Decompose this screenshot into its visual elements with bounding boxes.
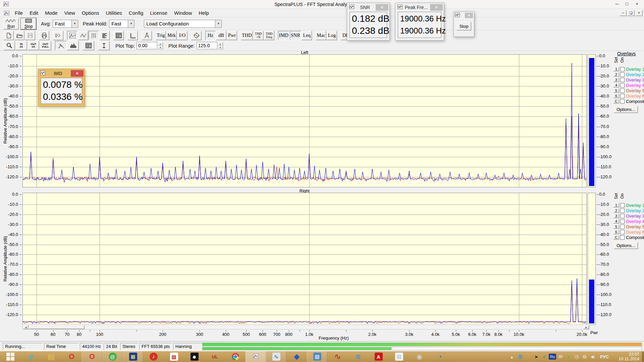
overlay-set-button-right-4[interactable]: 4 — [613, 219, 619, 224]
overlay-set-button-right-2[interactable]: 2 — [613, 208, 619, 213]
overlays-options-button-right[interactable]: Options... — [614, 242, 638, 249]
peak-freq-titlebar[interactable]: Peak Fre... ✕ — [395, 3, 444, 12]
load-configuration-select[interactable]: Load Configuration▼ — [144, 20, 222, 28]
overlay-on-checkbox-left-C[interactable] — [620, 99, 625, 104]
overlay-set-button-left-1[interactable]: 1 — [613, 67, 619, 71]
taskbar-clock[interactable]: 22:07 10.11.2014 — [619, 352, 639, 361]
load-config-dropdown-icon[interactable]: ▼ — [215, 20, 221, 27]
overlay-on-checkbox-left-2[interactable] — [620, 72, 625, 77]
taskbar-wave-tool[interactable]: ∿ — [327, 351, 348, 362]
taskbar-spectraplus[interactable] — [246, 351, 266, 362]
scrollbar-thumb[interactable] — [29, 325, 85, 329]
plot-range-spinner[interactable]: ▲▼ — [218, 42, 223, 49]
taskbar-notepad[interactable]: ▤ — [389, 351, 409, 362]
toolbar-units-hz-button[interactable]: Hz — [205, 31, 216, 40]
tray-language-label[interactable]: РУС — [598, 351, 610, 362]
overlay-set-button-left-2[interactable]: 2 — [613, 72, 619, 77]
taskbar-ul-app[interactable]: UL — [205, 351, 225, 362]
toolbar-zoom-out-2x-button[interactable]: OUT2X — [28, 41, 39, 50]
plot-range-input[interactable] — [197, 42, 217, 49]
toolbar-thd-button[interactable]: THD — [241, 31, 253, 40]
toolbar-print-icon[interactable] — [39, 31, 49, 40]
menu-file[interactable]: File — [11, 9, 26, 17]
right-spectrum-plot[interactable] — [22, 193, 587, 325]
run-button[interactable]: Run — [3, 18, 19, 29]
overlay-set-button-left-C[interactable]: C — [613, 99, 619, 104]
taskbar-chrome[interactable] — [225, 351, 246, 362]
overlay-on-checkbox-left-6[interactable] — [620, 94, 625, 98]
toolbar-peak-curve-view-icon[interactable] — [55, 41, 67, 50]
menu-help[interactable]: Help — [195, 9, 212, 17]
left-spectrum-plot[interactable] — [22, 54, 587, 187]
taskbar-opera[interactable]: O — [61, 351, 82, 362]
toolbar-logging-button[interactable]: Log — [327, 31, 337, 40]
overlay-on-checkbox-right-2[interactable] — [620, 208, 625, 213]
imd-close-icon[interactable]: ✕ — [71, 70, 84, 77]
tray-agent-icon[interactable]: ● — [565, 351, 572, 362]
overlay-set-button-left-4[interactable]: 4 — [613, 83, 619, 87]
close-button[interactable]: × — [632, 0, 642, 8]
menu-view[interactable]: View — [61, 9, 78, 17]
stop-panel-button[interactable]: Stop — [457, 22, 471, 31]
toolbar-time-series-view-icon[interactable] — [78, 31, 88, 40]
taskbar-foobar2000[interactable]: ☻ — [184, 351, 205, 362]
taskbar-mail-client[interactable]: @ — [102, 351, 123, 362]
avg-select[interactable]: Fast▼ — [53, 20, 78, 28]
toolbar-thd-n-button[interactable]: THD+N — [253, 31, 264, 40]
taskbar-asio-mixer[interactable]: ▩ — [164, 351, 184, 362]
taskbar-calculator[interactable]: ▦ — [123, 351, 143, 362]
tray-clock-icon[interactable]: ◷ — [573, 351, 580, 362]
tray-warning-icon[interactable]: ⚠ — [525, 351, 532, 362]
toolbar-display-options-icon[interactable] — [83, 41, 94, 50]
toolbar-macros-button[interactable]: Mac — [316, 31, 326, 40]
minimize-button[interactable]: ─ — [612, 0, 622, 8]
taskbar-start[interactable] — [0, 351, 20, 362]
taskbar-opera-2[interactable]: O — [82, 351, 102, 362]
snr-window[interactable]: SNR ✕ 0.182 dB 0.238 dB — [347, 3, 390, 41]
toolbar-leq-button[interactable]: Leq — [302, 31, 312, 40]
taskbar-internet-explorer[interactable]: e — [20, 351, 41, 362]
snr-titlebar[interactable]: SNR ✕ — [347, 3, 389, 12]
toolbar-units-pwr-button[interactable]: Pwr — [227, 31, 237, 40]
overlays-options-button-left[interactable]: Options... — [614, 106, 638, 113]
toolbar-imd-button[interactable]: IMD — [278, 31, 289, 40]
scroll-right-arrow[interactable]: ► — [584, 325, 589, 329]
toolbar-signal-generator-icon[interactable] — [191, 31, 202, 40]
taskbar-volume-app[interactable]: ◉ — [409, 351, 430, 362]
overlay-on-checkbox-right-5[interactable] — [620, 225, 625, 229]
avg-dropdown-icon[interactable]: ▼ — [71, 20, 78, 27]
overlay-on-checkbox-left-1[interactable] — [620, 67, 625, 71]
menu-config[interactable]: Config — [125, 9, 147, 17]
overlay-set-button-left-3[interactable]: 3 — [613, 77, 619, 82]
menu-options[interactable]: Options — [78, 9, 103, 17]
menu-edit[interactable]: Edit — [26, 9, 42, 17]
toolbar-waterfall-view-icon[interactable] — [89, 31, 99, 40]
toolbar-fast-forward-icon[interactable] — [53, 31, 63, 40]
toolbar-amplitude-range-icon[interactable] — [98, 41, 110, 50]
toolbar-units-db-button[interactable]: dB — [216, 31, 226, 40]
toolbar-spectrogram-view-icon[interactable] — [99, 31, 110, 40]
taskbar-audio-analyzer[interactable]: ∿ — [266, 351, 286, 362]
toolbar-new-file-icon[interactable] — [3, 31, 14, 40]
toolbar-open-file-icon[interactable] — [14, 31, 24, 40]
overlay-set-button-left-6[interactable]: 6 — [613, 94, 619, 98]
overlay-on-checkbox-right-C[interactable] — [620, 235, 625, 240]
overlay-set-button-left-5[interactable]: 5 — [613, 88, 619, 93]
menu-mode[interactable]: Mode — [42, 9, 61, 17]
overlay-set-button-right-6[interactable]: 6 — [613, 230, 619, 234]
tray-mail-icon[interactable]: ✉ — [557, 351, 564, 362]
frequency-scrollbar[interactable]: ◄ ► — [22, 324, 590, 329]
overlay-set-button-right-1[interactable]: 1 — [613, 203, 619, 207]
scroll-left-arrow[interactable]: ◄ — [23, 325, 29, 329]
tray-disks-icon[interactable]: ≣ — [517, 351, 524, 362]
toolbar-bar-graph-view-icon[interactable] — [67, 41, 79, 50]
toolbar-zoom-out-full-button[interactable]: OUTFULL — [40, 41, 51, 50]
toolbar-zoom-icon[interactable] — [3, 41, 15, 50]
overlay-on-checkbox-left-3[interactable] — [620, 78, 625, 82]
toolbar-spectrum-view-icon[interactable] — [67, 31, 77, 40]
mdi-restore-button[interactable]: ❏ — [627, 10, 635, 16]
overlay-set-button-right-C[interactable]: C — [613, 235, 619, 240]
stop-panel-window[interactable]: ✕ Stop — [453, 11, 474, 37]
mdi-close-button[interactable]: × — [635, 10, 643, 16]
tray-usb-icon[interactable]: ✔ — [541, 351, 548, 362]
